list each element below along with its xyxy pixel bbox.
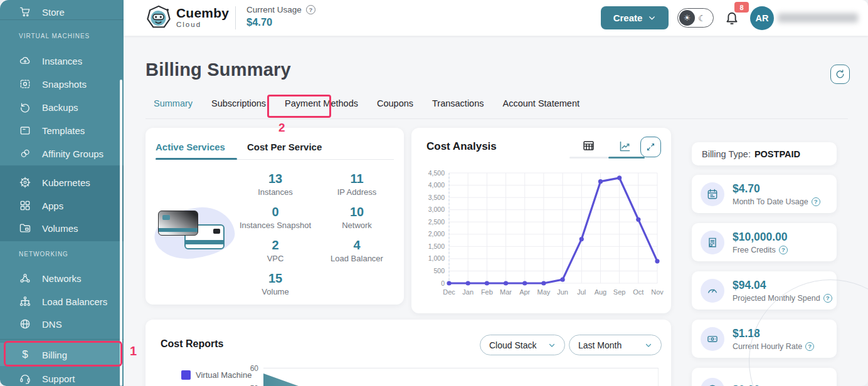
card-chip xyxy=(162,215,170,220)
stat-label: VPC xyxy=(237,254,314,263)
credit-card-front xyxy=(158,211,198,236)
cost-analysis-title: Cost Analysis xyxy=(426,140,497,153)
month-to-date-card: $4.70 Month To Date Usage? xyxy=(692,175,837,213)
cost-reports-plot-area xyxy=(263,368,659,386)
globe-icon xyxy=(19,318,31,330)
dropdown-value: Last Month xyxy=(578,340,622,350)
sidebar-item-load-balancers[interactable]: Load Balancers xyxy=(0,292,124,311)
billing-type-label: Billing Type: xyxy=(702,149,751,159)
cloud-stack-dropdown[interactable]: Cloud Stack xyxy=(480,335,565,355)
tab-transactions[interactable]: Transactions xyxy=(432,98,484,111)
sidebar-item-networks[interactable]: Networks xyxy=(0,269,124,288)
billing-type-card: Billing Type: POSTPAID xyxy=(692,142,837,165)
active-services-card: Active Services Cost Per Service 13 Ins xyxy=(146,128,404,305)
stat-label: Volume xyxy=(237,287,314,296)
card-stripe xyxy=(159,228,198,232)
brand-sub: Cloud xyxy=(176,21,229,28)
table-view-icon[interactable] xyxy=(582,139,595,152)
app-window: Store VIRTUAL MACHINES Instances Snapsho… xyxy=(0,0,868,386)
billing-type-value: POSTPAID xyxy=(754,149,800,159)
sidebar-item-support[interactable]: Support xyxy=(0,369,124,386)
table-tab-underline xyxy=(569,157,608,159)
sidebar-item-dns[interactable]: DNS xyxy=(0,315,124,333)
question-circle-icon[interactable]: ? xyxy=(306,5,315,14)
sidebar-item-templates[interactable]: Templates xyxy=(0,121,124,140)
stat-label: Instances Snapshot xyxy=(237,221,314,230)
box-icon xyxy=(19,124,31,137)
sidebar-item-label: Instances xyxy=(42,56,82,66)
sidebar-item-label: Snapshots xyxy=(42,79,87,90)
svg-text:Oct: Oct xyxy=(633,288,643,296)
theme-toggle[interactable]: ☀ ☾ xyxy=(677,8,714,28)
svg-text:Nov: Nov xyxy=(651,288,664,296)
svg-text:2,000: 2,000 xyxy=(428,230,445,237)
sidebar-section-virtual-machines: VIRTUAL MACHINES xyxy=(19,33,90,39)
sidebar-item-apps[interactable]: Apps xyxy=(0,196,124,215)
card-stripe xyxy=(186,240,223,244)
tab-account-statement[interactable]: Account Statement xyxy=(502,98,580,111)
stat-label: Instances xyxy=(237,187,314,197)
divider xyxy=(146,118,848,119)
svg-text:Apr: Apr xyxy=(519,288,530,296)
brand-text: Cuemby Cloud xyxy=(176,6,229,28)
stat-network: 10 Network xyxy=(320,205,394,230)
hierarchy-icon xyxy=(19,295,31,308)
sidebar-item-billing[interactable]: $ Billing xyxy=(0,345,124,364)
svg-text:3,000: 3,000 xyxy=(428,206,445,213)
create-button[interactable]: Create xyxy=(601,6,669,29)
current-usage-block: Current Usage ? $4.70 xyxy=(246,5,315,28)
tab-summary[interactable]: Summary xyxy=(154,98,193,111)
stat-value: 4 xyxy=(320,238,394,253)
svg-text:0: 0 xyxy=(441,279,445,287)
stat-value: 0 xyxy=(237,205,314,219)
restore-arrow-icon xyxy=(19,101,31,113)
line-chart-icon[interactable] xyxy=(618,140,632,153)
svg-text:Jul: Jul xyxy=(577,288,586,296)
sidebar-item-kubernetes[interactable]: Kubernetes xyxy=(0,173,124,192)
avatar[interactable]: AR xyxy=(750,6,774,30)
folder-icon xyxy=(19,222,31,234)
expand-button[interactable] xyxy=(640,137,661,157)
expand-arrows-icon xyxy=(646,142,655,152)
tab-payment-methods[interactable]: Payment Methods xyxy=(285,98,358,111)
tab-subscriptions[interactable]: Subscriptions xyxy=(211,98,266,111)
question-circle-icon[interactable]: ? xyxy=(779,246,788,254)
sidebar-item-label: Backups xyxy=(42,102,78,113)
sidebar-item-label: Support xyxy=(42,373,75,384)
sidebar-item-instances[interactable]: Instances xyxy=(0,51,124,70)
sidebar-item-backups[interactable]: Backups xyxy=(0,98,124,117)
stat-instances-snapshot: 0 Instances Snapshot xyxy=(237,205,314,230)
question-circle-icon[interactable]: ? xyxy=(812,197,820,206)
ytick-60: 60 xyxy=(246,364,258,373)
active-tab-underline xyxy=(156,158,237,160)
stat-label: Free Credits xyxy=(733,246,776,254)
grid-icon xyxy=(19,199,31,212)
last-month-dropdown[interactable]: Last Month xyxy=(569,335,662,355)
refresh-button[interactable] xyxy=(830,65,850,84)
divider xyxy=(0,339,124,340)
sidebar-item-snapshots[interactable]: Snapshots xyxy=(0,75,124,93)
svg-text:1,000: 1,000 xyxy=(428,254,445,262)
stat-vpc: 2 VPC xyxy=(237,238,314,263)
stat-value: 15 xyxy=(237,271,314,286)
sidebar-item-affinity-groups[interactable]: Affinity Groups xyxy=(0,144,124,163)
sidebar-scrollbar[interactable] xyxy=(120,80,122,386)
billing-tabs: Summary Subscriptions Payment Methods Co… xyxy=(154,98,580,111)
cuemby-logo-icon xyxy=(146,5,172,31)
cost-reports-title: Cost Reports xyxy=(161,338,223,350)
svg-text:4,500: 4,500 xyxy=(428,169,445,177)
tab-cost-per-service[interactable]: Cost Per Service xyxy=(247,142,322,152)
sidebar-item-label: Load Balancers xyxy=(42,296,107,307)
create-button-label: Create xyxy=(613,13,643,23)
stat-label: Load Balancer xyxy=(320,254,394,263)
sidebar-item-volumes[interactable]: Volumes xyxy=(0,219,124,237)
tab-coupons[interactable]: Coupons xyxy=(377,98,413,111)
tab-active-services[interactable]: Active Services xyxy=(156,142,225,152)
moon-icon: ☾ xyxy=(698,13,706,23)
cloud-plus-icon xyxy=(19,55,31,67)
sidebar: Store VIRTUAL MACHINES Instances Snapsho… xyxy=(0,0,124,386)
banknote-icon xyxy=(701,327,724,351)
top-header: Cuemby Cloud Current Usage ? $4.70 Creat… xyxy=(124,0,868,36)
sidebar-item-store[interactable]: Store xyxy=(0,3,124,21)
sun-icon: ☀ xyxy=(679,10,695,26)
